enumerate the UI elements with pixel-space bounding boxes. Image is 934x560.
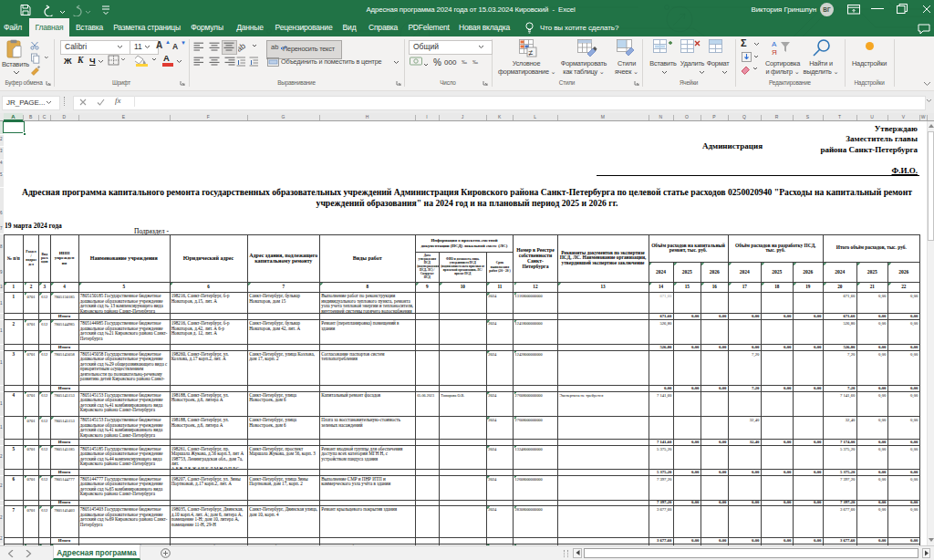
svg-text:‰: ‰ [472,59,478,65]
svg-text:000: 000 [444,58,457,67]
svg-text:А: А [772,40,777,48]
svg-text:ab: ab [238,41,247,52]
svg-text:‰: ‰ [462,59,467,65]
svg-text:≠: ≠ [529,48,534,57]
svg-text:Я: Я [772,48,777,57]
svg-text:%: % [433,57,441,67]
